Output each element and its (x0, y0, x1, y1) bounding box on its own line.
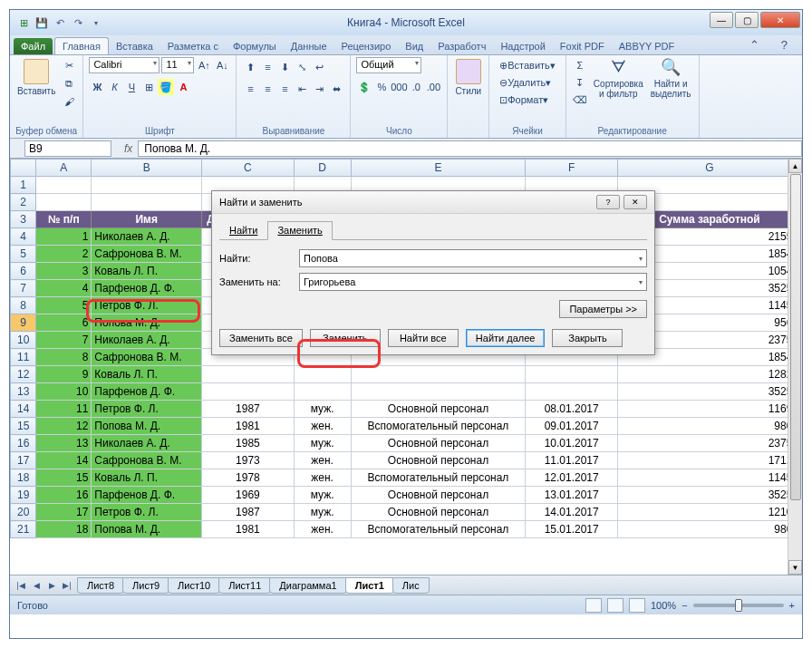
row-header[interactable]: 6 (11, 263, 36, 280)
sheet-tab[interactable]: Диаграмма1 (269, 577, 346, 594)
shrink-font-icon[interactable]: A↓ (214, 57, 230, 73)
row-header[interactable]: 5 (11, 246, 36, 263)
paste-button[interactable]: Вставить (15, 57, 57, 98)
row-header[interactable]: 10 (11, 332, 36, 349)
indent-inc-icon[interactable]: ⇥ (311, 81, 327, 97)
sort-filter-button[interactable]: ᗊ Сортировка и фильтр (592, 57, 645, 101)
find-select-button[interactable]: 🔍 Найти и выделить (649, 57, 693, 101)
clear-icon[interactable]: ⌫ (572, 92, 588, 108)
select-all-button[interactable] (11, 160, 36, 177)
align-top-icon[interactable]: ⬆ (242, 59, 258, 75)
col-header[interactable]: G (617, 160, 801, 177)
row-header[interactable]: 9 (11, 314, 36, 332)
formula-input[interactable]: Попова М. Д. (138, 140, 802, 157)
find-input[interactable]: Попова (299, 249, 647, 267)
sheet-tab[interactable]: Лист11 (218, 577, 271, 594)
align-bottom-icon[interactable]: ⬇ (276, 59, 293, 75)
tab-nav-next-icon[interactable]: ▶ (44, 578, 59, 593)
zoom-out-icon[interactable]: − (682, 600, 687, 611)
replace-button[interactable]: Заменить (310, 329, 381, 347)
scroll-down-icon[interactable]: ▼ (788, 560, 802, 575)
row-header[interactable]: 18 (11, 469, 36, 487)
view-break-icon[interactable] (629, 598, 645, 613)
ribbon-tab-formulas[interactable]: Формулы (226, 38, 284, 54)
ribbon-tab-developer[interactable]: Разработч (430, 38, 493, 54)
row-header[interactable]: 11 (11, 349, 36, 366)
orientation-icon[interactable]: ⤡ (294, 59, 310, 75)
undo-icon[interactable]: ↶ (52, 15, 68, 31)
vertical-scrollbar[interactable]: ▲ ▼ (788, 159, 802, 575)
zoom-slider[interactable] (693, 604, 784, 607)
help-icon[interactable]: ? (774, 35, 795, 54)
table-row[interactable]: 1613Николаев А. Д.1985муж.Основной персо… (11, 435, 802, 452)
sheet-tab[interactable]: Лист10 (168, 577, 220, 594)
dialog-close-button[interactable]: ✕ (624, 195, 647, 209)
insert-cells-button[interactable]: ⊕ Вставить ▾ (495, 57, 560, 73)
col-header[interactable]: C (202, 160, 295, 177)
currency-icon[interactable]: 💲 (356, 79, 372, 95)
italic-button[interactable]: К (106, 79, 122, 95)
ribbon-tab-foxit[interactable]: Foxit PDF (553, 38, 612, 54)
scroll-up-icon[interactable]: ▲ (788, 159, 802, 173)
col-header[interactable]: F (526, 160, 618, 177)
copy-icon[interactable]: ⧉ (61, 75, 77, 92)
styles-button[interactable]: Стили (453, 57, 483, 98)
save-icon[interactable]: 💾 (34, 15, 50, 31)
align-left-icon[interactable]: ≡ (242, 81, 258, 97)
tab-nav-first-icon[interactable]: |◀ (14, 578, 28, 593)
autosum-icon[interactable]: Σ (572, 57, 588, 73)
ribbon-tab-abbyy[interactable]: ABBYY PDF (612, 38, 682, 54)
row-header[interactable]: 17 (11, 452, 36, 469)
cut-icon[interactable]: ✂ (61, 57, 77, 73)
font-size-combo[interactable]: 11 (161, 57, 194, 73)
row-header[interactable]: 12 (11, 366, 36, 383)
row-header[interactable]: 13 (11, 383, 36, 401)
col-header[interactable]: B (92, 160, 202, 177)
number-format-combo[interactable]: Общий (356, 57, 421, 73)
dialog-titlebar[interactable]: Найти и заменить ? ✕ (212, 191, 654, 214)
zoom-in-icon[interactable]: + (789, 600, 795, 611)
close-dialog-button[interactable]: Закрыть (552, 329, 623, 347)
file-tab[interactable]: Файл (14, 38, 53, 54)
header-cell[interactable]: № п/п (36, 211, 92, 228)
sheet-tab[interactable]: Лис (392, 577, 430, 594)
ribbon-minimize-icon[interactable]: ⌃ (742, 35, 767, 54)
table-row[interactable]: 129Коваль Л. П.12821 (11, 366, 802, 383)
merge-icon[interactable]: ⬌ (328, 81, 344, 97)
table-row[interactable]: 1916Парфенов Д. Ф.1969муж.Основной персо… (11, 487, 802, 504)
tab-nav-last-icon[interactable]: ▶| (60, 578, 74, 593)
qat-dropdown-icon[interactable]: ▾ (88, 15, 104, 31)
row-header[interactable]: 20 (11, 504, 36, 521)
name-box[interactable]: B9 (24, 140, 111, 157)
scroll-thumb[interactable] (790, 174, 801, 500)
indent-dec-icon[interactable]: ⇤ (294, 81, 310, 97)
format-painter-icon[interactable]: 🖌 (61, 93, 77, 110)
options-button[interactable]: Параметры >> (559, 300, 647, 318)
ribbon-tab-home[interactable]: Главная (54, 37, 109, 54)
align-right-icon[interactable]: ≡ (276, 81, 293, 97)
find-next-button[interactable]: Найти далее (466, 329, 546, 347)
table-row[interactable]: 1815Коваль Л. П.1978жен.Вспомогательный … (11, 469, 802, 487)
tab-find[interactable]: Найти (219, 221, 267, 239)
comma-icon[interactable]: 000 (391, 79, 407, 95)
ribbon-tab-review[interactable]: Рецензиро (334, 38, 399, 54)
table-row[interactable]: 1310Парфенов Д. Ф.35254 (11, 383, 802, 401)
sheet-tab[interactable]: Лист9 (122, 577, 169, 594)
ribbon-tab-addins[interactable]: Надстрой (493, 38, 552, 54)
table-row[interactable]: 1512Попова М. Д.1981жен.Вспомогательный … (11, 418, 802, 435)
font-name-combo[interactable]: Calibri (89, 57, 160, 73)
maximize-button[interactable]: ▢ (735, 12, 759, 28)
ribbon-tab-layout[interactable]: Разметка с (160, 38, 226, 54)
format-cells-button[interactable]: ⊡ Формат ▾ (495, 92, 553, 108)
replace-input[interactable]: Григорьева (299, 273, 647, 291)
table-row[interactable]: 1714Сафронова В. М.1973жен.Основной перс… (11, 452, 802, 469)
find-all-button[interactable]: Найти все (388, 329, 459, 347)
table-row[interactable]: 2017Петров Ф. Л.1987муж.Основной персона… (11, 504, 802, 521)
sheet-tab[interactable]: Лист1 (345, 577, 394, 594)
zoom-thumb[interactable] (735, 599, 742, 612)
close-button[interactable]: ✕ (760, 12, 800, 28)
replace-all-button[interactable]: Заменить все (219, 329, 303, 347)
row-header[interactable]: 21 (11, 521, 36, 538)
redo-icon[interactable]: ↷ (70, 15, 86, 31)
view-layout-icon[interactable] (607, 598, 624, 613)
